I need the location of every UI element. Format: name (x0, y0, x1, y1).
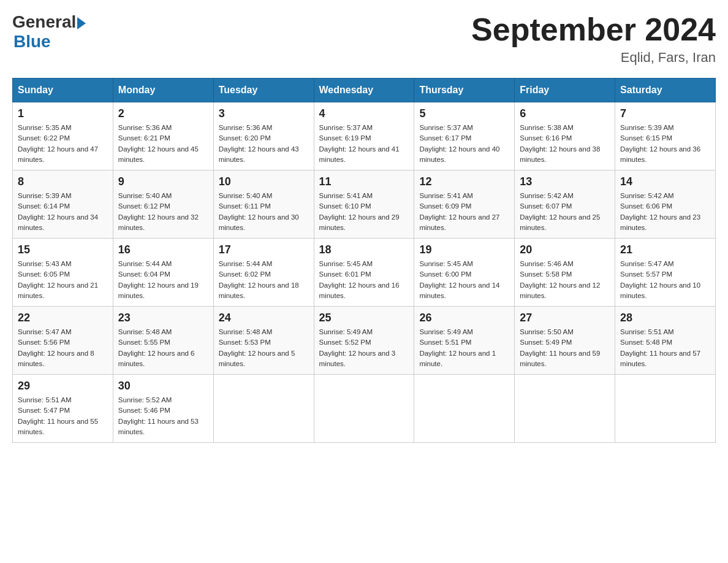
calendar-week-row: 1Sunrise: 5:35 AMSunset: 6:22 PMDaylight… (13, 102, 716, 170)
day-info: Sunrise: 5:39 AMSunset: 6:15 PMDaylight:… (620, 123, 710, 165)
calendar-subtitle: Eqlid, Fars, Iran (471, 50, 716, 66)
day-info: Sunrise: 5:36 AMSunset: 6:20 PMDaylight:… (219, 123, 309, 165)
weekday-header-friday: Friday (515, 79, 615, 102)
day-number: 23 (118, 312, 208, 324)
day-number: 1 (18, 107, 108, 120)
day-number: 25 (319, 312, 409, 324)
day-info: Sunrise: 5:40 AMSunset: 6:12 PMDaylight:… (118, 191, 208, 233)
calendar-cell: 21Sunrise: 5:47 AMSunset: 5:57 PMDayligh… (615, 239, 716, 307)
weekday-header-tuesday: Tuesday (213, 79, 314, 102)
calendar-cell: 16Sunrise: 5:44 AMSunset: 6:04 PMDayligh… (113, 239, 213, 307)
day-number: 12 (419, 175, 509, 188)
calendar-cell: 22Sunrise: 5:47 AMSunset: 5:56 PMDayligh… (13, 307, 113, 375)
calendar-cell: 5Sunrise: 5:37 AMSunset: 6:17 PMDaylight… (414, 102, 515, 170)
day-number: 27 (520, 312, 610, 324)
calendar-cell: 15Sunrise: 5:43 AMSunset: 6:05 PMDayligh… (13, 239, 113, 307)
calendar-cell: 23Sunrise: 5:48 AMSunset: 5:55 PMDayligh… (113, 307, 213, 375)
day-info: Sunrise: 5:41 AMSunset: 6:09 PMDaylight:… (419, 191, 509, 233)
calendar-week-row: 15Sunrise: 5:43 AMSunset: 6:05 PMDayligh… (13, 239, 716, 307)
calendar-cell: 24Sunrise: 5:48 AMSunset: 5:53 PMDayligh… (213, 307, 314, 375)
day-number: 28 (620, 312, 710, 324)
day-number: 5 (419, 107, 509, 120)
day-number: 2 (118, 107, 208, 120)
day-info: Sunrise: 5:36 AMSunset: 6:21 PMDaylight:… (118, 123, 208, 165)
calendar-cell: 30Sunrise: 5:52 AMSunset: 5:46 PMDayligh… (113, 375, 213, 443)
day-info: Sunrise: 5:38 AMSunset: 6:16 PMDaylight:… (520, 123, 610, 165)
page-header: General Blue September 2024 Eqlid, Fars,… (12, 12, 716, 66)
day-number: 13 (520, 175, 610, 188)
day-info: Sunrise: 5:37 AMSunset: 6:19 PMDaylight:… (319, 123, 409, 165)
day-info: Sunrise: 5:51 AMSunset: 5:48 PMDaylight:… (620, 327, 710, 369)
calendar-cell: 2Sunrise: 5:36 AMSunset: 6:21 PMDaylight… (113, 102, 213, 170)
weekday-header-monday: Monday (113, 79, 213, 102)
day-number: 4 (319, 107, 409, 120)
logo-text-general: General (12, 12, 76, 32)
calendar-cell: 7Sunrise: 5:39 AMSunset: 6:15 PMDaylight… (615, 102, 716, 170)
day-info: Sunrise: 5:50 AMSunset: 5:49 PMDaylight:… (520, 327, 610, 369)
calendar-cell (414, 375, 515, 443)
day-info: Sunrise: 5:41 AMSunset: 6:10 PMDaylight:… (319, 191, 409, 233)
day-number: 10 (219, 175, 309, 188)
calendar-cell: 18Sunrise: 5:45 AMSunset: 6:01 PMDayligh… (314, 239, 414, 307)
calendar-cell: 13Sunrise: 5:42 AMSunset: 6:07 PMDayligh… (515, 170, 615, 239)
day-number: 15 (18, 243, 108, 256)
calendar-cell: 4Sunrise: 5:37 AMSunset: 6:19 PMDaylight… (314, 102, 414, 170)
day-info: Sunrise: 5:49 AMSunset: 5:52 PMDaylight:… (319, 327, 409, 369)
day-number: 14 (620, 175, 710, 188)
day-number: 26 (419, 312, 509, 324)
day-info: Sunrise: 5:45 AMSunset: 6:01 PMDaylight:… (319, 259, 409, 301)
logo: General Blue (12, 12, 86, 52)
day-number: 30 (118, 380, 208, 393)
day-number: 22 (18, 312, 108, 324)
day-info: Sunrise: 5:48 AMSunset: 5:53 PMDaylight:… (219, 327, 309, 369)
calendar-table: SundayMondayTuesdayWednesdayThursdayFrid… (12, 78, 716, 443)
day-number: 9 (118, 175, 208, 188)
weekday-header-wednesday: Wednesday (314, 79, 414, 102)
day-number: 29 (18, 380, 108, 393)
weekday-header-saturday: Saturday (615, 79, 716, 102)
calendar-cell: 1Sunrise: 5:35 AMSunset: 6:22 PMDaylight… (13, 102, 113, 170)
calendar-cell: 9Sunrise: 5:40 AMSunset: 6:12 PMDaylight… (113, 170, 213, 239)
weekday-header-row: SundayMondayTuesdayWednesdayThursdayFrid… (13, 79, 716, 102)
day-info: Sunrise: 5:45 AMSunset: 6:00 PMDaylight:… (419, 259, 509, 301)
calendar-cell: 10Sunrise: 5:40 AMSunset: 6:11 PMDayligh… (213, 170, 314, 239)
calendar-cell: 28Sunrise: 5:51 AMSunset: 5:48 PMDayligh… (615, 307, 716, 375)
weekday-header-sunday: Sunday (13, 79, 113, 102)
day-info: Sunrise: 5:51 AMSunset: 5:47 PMDaylight:… (18, 395, 108, 437)
calendar-cell (213, 375, 314, 443)
day-number: 6 (520, 107, 610, 120)
day-info: Sunrise: 5:49 AMSunset: 5:51 PMDaylight:… (419, 327, 509, 369)
calendar-cell: 25Sunrise: 5:49 AMSunset: 5:52 PMDayligh… (314, 307, 414, 375)
calendar-cell (314, 375, 414, 443)
day-info: Sunrise: 5:42 AMSunset: 6:06 PMDaylight:… (620, 191, 710, 233)
day-number: 11 (319, 175, 409, 188)
title-block: September 2024 Eqlid, Fars, Iran (471, 12, 716, 66)
day-number: 19 (419, 243, 509, 256)
day-info: Sunrise: 5:44 AMSunset: 6:04 PMDaylight:… (118, 259, 208, 301)
day-info: Sunrise: 5:44 AMSunset: 6:02 PMDaylight:… (219, 259, 309, 301)
calendar-cell: 14Sunrise: 5:42 AMSunset: 6:06 PMDayligh… (615, 170, 716, 239)
day-info: Sunrise: 5:39 AMSunset: 6:14 PMDaylight:… (18, 191, 108, 233)
day-info: Sunrise: 5:47 AMSunset: 5:57 PMDaylight:… (620, 259, 710, 301)
day-info: Sunrise: 5:43 AMSunset: 6:05 PMDaylight:… (18, 259, 108, 301)
day-number: 7 (620, 107, 710, 120)
day-info: Sunrise: 5:40 AMSunset: 6:11 PMDaylight:… (219, 191, 309, 233)
day-info: Sunrise: 5:37 AMSunset: 6:17 PMDaylight:… (419, 123, 509, 165)
day-info: Sunrise: 5:46 AMSunset: 5:58 PMDaylight:… (520, 259, 610, 301)
calendar-week-row: 8Sunrise: 5:39 AMSunset: 6:14 PMDaylight… (13, 170, 716, 239)
weekday-header-thursday: Thursday (414, 79, 515, 102)
calendar-cell: 26Sunrise: 5:49 AMSunset: 5:51 PMDayligh… (414, 307, 515, 375)
calendar-cell: 19Sunrise: 5:45 AMSunset: 6:00 PMDayligh… (414, 239, 515, 307)
day-info: Sunrise: 5:52 AMSunset: 5:46 PMDaylight:… (118, 395, 208, 437)
calendar-cell: 3Sunrise: 5:36 AMSunset: 6:20 PMDaylight… (213, 102, 314, 170)
day-number: 17 (219, 243, 309, 256)
day-info: Sunrise: 5:47 AMSunset: 5:56 PMDaylight:… (18, 327, 108, 369)
calendar-cell: 11Sunrise: 5:41 AMSunset: 6:10 PMDayligh… (314, 170, 414, 239)
calendar-title: September 2024 (471, 12, 716, 47)
day-number: 18 (319, 243, 409, 256)
calendar-cell: 20Sunrise: 5:46 AMSunset: 5:58 PMDayligh… (515, 239, 615, 307)
calendar-cell: 17Sunrise: 5:44 AMSunset: 6:02 PMDayligh… (213, 239, 314, 307)
day-number: 3 (219, 107, 309, 120)
calendar-week-row: 22Sunrise: 5:47 AMSunset: 5:56 PMDayligh… (13, 307, 716, 375)
logo-arrow-icon (77, 17, 86, 29)
